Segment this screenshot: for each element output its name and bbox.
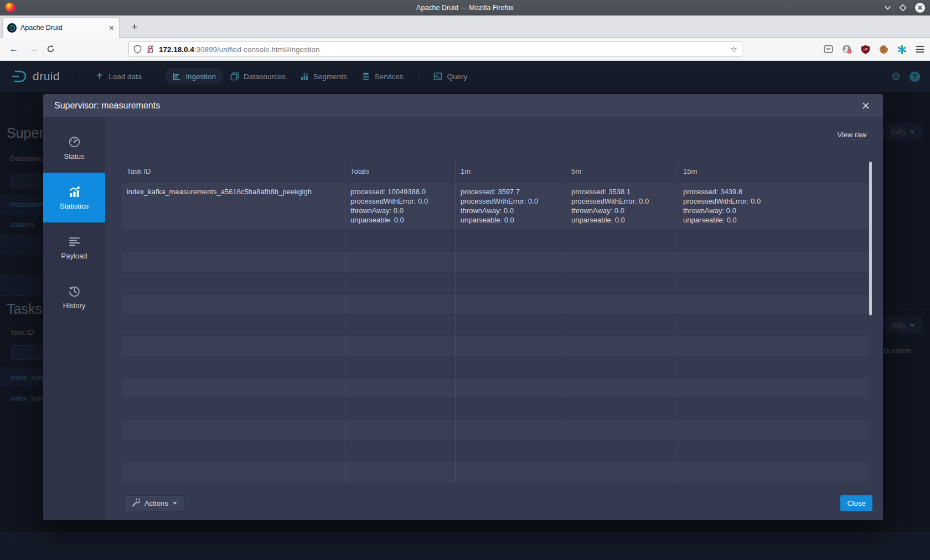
nav-item-datasources[interactable]: Datasources [223,68,293,85]
nav-separator [157,70,157,82]
table-empty-row [122,336,868,357]
history-icon [68,285,81,298]
duration-column-header: Duration [884,346,911,355]
table-empty-row [122,273,868,294]
align-left-icon [68,235,81,248]
supervisor-dialog: Supervisor: measurements Status [43,94,883,520]
table-empty-row [122,231,868,252]
insecure-lock-icon[interactable] [146,45,154,54]
dialog-content: View raw Task ID Totals 1m 5m 15m index_… [105,117,883,520]
settings-gear-icon[interactable]: ⚙ [891,70,901,83]
table-empty-row [122,357,868,378]
back-icon[interactable]: ← [7,44,21,55]
pocket-icon[interactable] [824,45,833,54]
services-icon [361,72,370,81]
table-scrollbar[interactable] [869,162,872,315]
load-data-icon [95,72,104,81]
tab-close-icon[interactable]: ✕ [108,24,115,32]
url-bar[interactable]: 172.18.0.4:30899/unified-console.html#in… [128,42,742,57]
help-icon[interactable]: ? [910,71,920,82]
background-right-fragments: (5/5) (9/9) Duration [882,92,930,560]
close-button[interactable]: Close [840,495,872,511]
actions-button[interactable]: Actions [124,495,184,511]
nav-separator [80,70,80,82]
tasks-count-dropdown[interactable]: (9/9) [883,317,923,334]
new-tab-button[interactable]: + [127,20,142,34]
ublock-origin-icon[interactable]: uO [861,45,870,54]
nav-item-load-data[interactable]: Load data [88,68,149,85]
supervisors-count-dropdown[interactable]: (5/5) [883,123,923,141]
minimize-icon[interactable] [884,6,891,10]
supervisor-filter-input[interactable] [11,174,43,189]
url-text[interactable]: 172.18.0.4:30899/unified-console.html#in… [159,45,726,54]
druid-navbar: druid Load data Ingestion Datasou [0,61,930,92]
maximize-icon[interactable] [899,4,907,12]
tab-status-label: Status [64,152,85,160]
one-minute-cell: processed: 3597.7 processedWithError: 0.… [455,183,566,230]
window-title: Apache Druid — Mozilla Firefox [0,4,930,12]
task-filter-input[interactable] [11,345,43,360]
cookie-icon[interactable] [879,45,888,54]
close-window-icon[interactable] [914,2,926,13]
nav-separator [418,70,418,82]
menu-hamburger-icon[interactable] [916,45,924,53]
chart-icon [68,185,81,198]
reload-icon[interactable] [46,45,61,53]
nav-item-ingestion[interactable]: Ingestion [165,68,223,85]
task-row[interactable]: index_kafka_measu [10,373,43,381]
actions-button-label: Actions [144,499,168,507]
tab-history-label: History [63,302,85,310]
table-empty-row [122,462,868,483]
forward-icon[interactable]: → [27,44,41,55]
browser-tab[interactable]: Apache Druid ✕ [2,17,120,38]
screen: Apache Druid — Mozilla Firefox Apac [0,0,930,560]
tab-history[interactable]: History [43,272,105,322]
table-empty-row [122,378,868,399]
task-id-column-header: Task ID [10,328,34,336]
svg-text:uO: uO [864,47,868,50]
nav-item-services[interactable]: Services [354,68,411,85]
table-header-row: Task ID Totals 1m 5m 15m [122,160,868,183]
supervisor-row-measurements[interactable]: measurements [10,200,43,209]
tab-payload[interactable]: Payload [43,222,105,272]
account-containers-icon[interactable] [842,44,852,54]
chevron-down-icon [173,502,177,505]
table-empty-row [122,420,868,441]
nav-item-segments[interactable]: Segments [293,68,354,85]
dialog-header: Supervisor: measurements [43,94,883,117]
druid-logo[interactable]: druid [11,69,60,84]
stats-table-empty-rows [122,231,868,483]
column-5m[interactable]: 5m [566,160,678,182]
datasources-icon [230,72,239,81]
column-totals[interactable]: Totals [345,160,455,182]
tab-title: Apache Druid [20,24,105,32]
view-raw-link[interactable]: View raw [837,131,866,139]
extension-asterisk-icon[interactable] [897,45,907,54]
datasource-column-header: Datasource [10,154,43,163]
task-id-cell: index_kafka_measurements_a5616c5ba8afb8b… [122,183,345,230]
column-1m[interactable]: 1m [455,160,566,182]
supervisors-title: Supervisors [7,125,43,141]
ingestion-icon [172,72,181,81]
table-row[interactable]: index_kafka_measurements_a5616c5ba8afb8b… [122,183,868,231]
tab-favicon-druid [7,23,17,33]
tab-payload-label: Payload [61,252,87,260]
dialog-close-icon[interactable] [860,100,872,112]
background-bottom-band [0,532,930,560]
task-row[interactable]: index_kafka_stati [10,394,43,402]
table-empty-row [122,441,868,462]
shield-icon[interactable] [133,45,142,54]
table-empty-row [122,315,868,336]
tab-statistics[interactable]: Statistics [43,173,105,222]
column-15m[interactable]: 15m [678,160,868,182]
background-supervisors-panel: Supervisors Datasource measurements stat… [0,92,43,560]
dialog-side-tabs: Status Statistics [43,117,105,520]
nav-item-query[interactable]: Query [426,68,474,85]
dialog-title: Supervisor: measurements [54,101,860,111]
supervisor-row-stations[interactable]: stations [10,220,35,229]
column-task-id[interactable]: Task ID [122,160,345,182]
wrench-icon [131,499,140,507]
bookmark-star-icon[interactable]: ☆ [730,44,737,54]
chevron-down-icon [910,324,915,327]
tab-status[interactable]: Status [43,123,105,173]
